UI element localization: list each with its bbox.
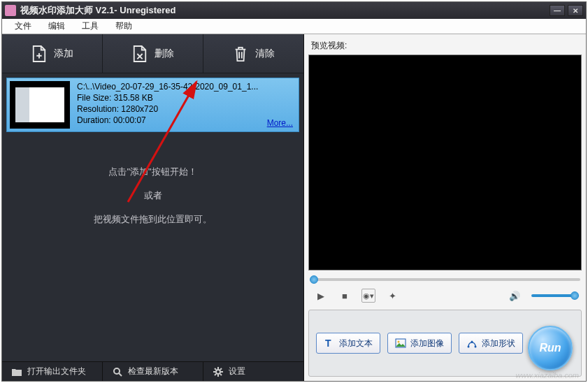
folder-icon xyxy=(12,368,22,376)
menubar: 文件 编辑 工具 帮助 xyxy=(2,19,586,34)
menu-tools[interactable]: 工具 xyxy=(73,20,107,32)
hint-line-1: 点击"添加"按钮开始！ xyxy=(2,160,303,184)
add-shape-label: 添加形状 xyxy=(482,338,515,349)
app-icon xyxy=(5,5,16,16)
svg-text:T: T xyxy=(325,338,331,349)
volume-thumb[interactable] xyxy=(571,291,579,300)
menu-file[interactable]: 文件 xyxy=(6,20,40,32)
content-area: 添加 删除 清除 C:\..\Video_20-07-29_1 xyxy=(2,34,586,381)
left-panel: 添加 删除 清除 C:\..\Video_20-07-29_1 xyxy=(2,34,304,381)
main-toolbar: 添加 删除 清除 xyxy=(2,34,303,73)
svg-point-9 xyxy=(471,341,473,343)
hint-line-3: 把视频文件拖到此位置即可。 xyxy=(2,208,303,231)
timeline-thumb[interactable] xyxy=(310,275,318,284)
delete-button-label: 删除 xyxy=(155,48,174,60)
check-update-button[interactable]: 检查最新版本 xyxy=(103,362,203,381)
search-icon xyxy=(113,367,122,377)
shape-icon xyxy=(466,338,478,349)
file-resolution: Resolution: 1280x720 xyxy=(77,103,294,115)
open-output-label: 打开输出文件夹 xyxy=(27,366,86,377)
timeline-track[interactable] xyxy=(310,278,580,281)
playback-controls: ▶ ■ ◉▾ ✦ 🔊 xyxy=(308,286,582,305)
volume-slider[interactable] xyxy=(531,294,576,297)
svg-point-3 xyxy=(216,370,220,374)
stop-button[interactable]: ■ xyxy=(338,289,352,303)
file-metadata: C:\..\Video_20-07-29_16-35-42(2020_09_01… xyxy=(73,78,299,131)
file-list[interactable]: C:\..\Video_20-07-29_16-35-42(2020_09_01… xyxy=(2,73,303,361)
close-button[interactable]: ✕ xyxy=(568,5,583,16)
svg-point-8 xyxy=(475,346,477,348)
titlebar: 视频水印添加大师 V2.1- Unregistered — ✕ xyxy=(2,2,586,19)
video-thumbnail xyxy=(10,81,70,129)
open-output-button[interactable]: 打开输出文件夹 xyxy=(2,362,103,381)
add-button-label: 添加 xyxy=(54,48,73,60)
hint-line-2: 或者 xyxy=(2,184,303,208)
delete-button[interactable]: 删除 xyxy=(103,34,203,73)
volume-icon[interactable]: 🔊 xyxy=(508,289,522,303)
add-text-button[interactable]: T 添加文本 xyxy=(316,333,380,354)
more-link[interactable]: More... xyxy=(267,117,293,129)
add-image-label: 添加图像 xyxy=(410,338,444,349)
snapshot-button[interactable]: ◉▾ xyxy=(361,289,375,303)
svg-point-6 xyxy=(398,341,400,343)
svg-point-7 xyxy=(468,346,470,348)
gear-icon xyxy=(213,367,223,377)
menu-edit[interactable]: 编辑 xyxy=(40,20,73,32)
minimize-button[interactable]: — xyxy=(550,5,565,16)
clear-button[interactable]: 清除 xyxy=(203,34,303,73)
run-button-label: Run xyxy=(539,342,561,354)
run-button[interactable]: Run xyxy=(528,326,573,370)
check-update-label: 检查最新版本 xyxy=(128,366,178,377)
bottom-bar: 打开输出文件夹 检查最新版本 设置 xyxy=(2,361,303,381)
preview-area xyxy=(308,55,582,270)
window-buttons: — ✕ xyxy=(550,5,583,16)
timeline[interactable] xyxy=(310,275,580,284)
clear-button-label: 清除 xyxy=(255,48,275,60)
watermark-panel: T 添加文本 添加图像 添加形状 Run xyxy=(308,310,582,377)
file-item[interactable]: C:\..\Video_20-07-29_16-35-42(2020_09_01… xyxy=(6,78,299,132)
drop-hints: 点击"添加"按钮开始！ 或者 把视频文件拖到此位置即可。 xyxy=(2,160,303,231)
file-path: C:\..\Video_20-07-29_16-35-42(2020_09_01… xyxy=(77,81,294,92)
play-button[interactable]: ▶ xyxy=(314,289,328,303)
preview-label: 预览视频: xyxy=(308,38,582,55)
image-icon xyxy=(395,338,406,349)
add-image-button[interactable]: 添加图像 xyxy=(387,333,452,354)
window-title: 视频水印添加大师 V2.1- Unregistered xyxy=(20,4,550,17)
effects-button[interactable]: ✦ xyxy=(385,289,399,303)
file-size: File Size: 315.58 KB xyxy=(77,92,294,103)
trash-icon xyxy=(233,45,248,63)
settings-label: 设置 xyxy=(229,366,245,377)
delete-file-icon xyxy=(132,45,148,63)
right-panel: 预览视频: ▶ ■ ◉▾ ✦ 🔊 T 添加 xyxy=(304,34,586,381)
menu-help[interactable]: 帮助 xyxy=(107,20,141,32)
text-icon: T xyxy=(324,338,335,349)
app-window: 视频水印添加大师 V2.1- Unregistered — ✕ 文件 编辑 工具… xyxy=(1,1,587,382)
add-shape-button[interactable]: 添加形状 xyxy=(459,333,523,354)
svg-line-2 xyxy=(119,373,122,376)
svg-point-1 xyxy=(114,368,120,374)
site-watermark: www.xiazaiba.com xyxy=(516,371,579,380)
add-text-label: 添加文本 xyxy=(339,338,373,349)
add-file-icon xyxy=(31,45,47,63)
settings-button[interactable]: 设置 xyxy=(203,362,303,381)
add-button[interactable]: 添加 xyxy=(2,34,103,73)
file-duration: Duration: 00:00:07 xyxy=(77,115,294,126)
